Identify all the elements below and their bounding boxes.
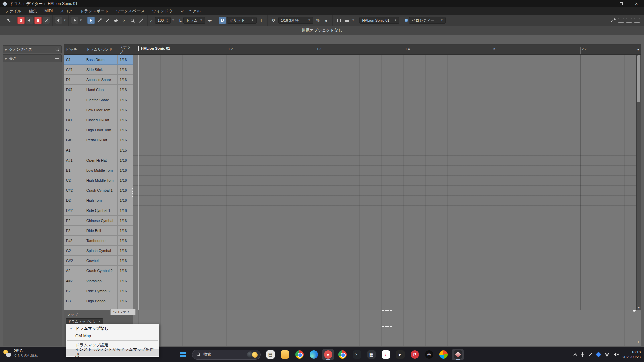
- drum-sound-row[interactable]: A#1Open Hi-Hat1/16: [64, 155, 133, 165]
- drum-sound-row[interactable]: F2Ride Bell1/16: [64, 226, 133, 236]
- volume-icon[interactable]: [613, 352, 619, 357]
- context-menu-item[interactable]: インストゥルメントからドラムマップを作成: [66, 349, 159, 356]
- spinner-icon[interactable]: ▲▼: [166, 18, 168, 23]
- quantize-preset-dropdown[interactable]: 1/16 3連符 ▼: [278, 17, 313, 24]
- taskbar-app-folder[interactable]: [279, 349, 290, 360]
- taskbar-app-photos[interactable]: [438, 349, 449, 360]
- menu-item[interactable]: マニュアル: [176, 8, 204, 15]
- length-mode-dropdown[interactable]: ドラム ▼: [183, 17, 205, 24]
- weather-widget[interactable]: 28°C くもりのち晴れ: [3, 349, 38, 358]
- taskbar-clock[interactable]: 18:18 2025/09/23: [622, 350, 641, 359]
- drum-sound-row[interactable]: D#2Ride Cymbal 11/16: [64, 205, 133, 216]
- grid-match-button[interactable]: -|-: [258, 17, 265, 24]
- part-selector-dropdown[interactable]: HALion Sonic 01 ▼: [359, 17, 399, 24]
- drum-sound-row[interactable]: A11/16: [64, 145, 133, 155]
- grid-type-dropdown[interactable]: グリッド ▼: [227, 17, 257, 24]
- editor-solo-button[interactable]: [55, 17, 62, 24]
- taskbar-app-taskview[interactable]: ▤: [265, 349, 276, 360]
- menu-item[interactable]: ワークスペース: [112, 8, 148, 15]
- insert-velocity-dropdown[interactable]: 100 ▲▼: [155, 17, 171, 24]
- menu-item[interactable]: ファイル: [1, 8, 25, 15]
- snap-toggle-button[interactable]: [219, 17, 226, 24]
- controller-lane-name-chip[interactable]: ベロシティー: [110, 309, 136, 315]
- inspector-section-length[interactable]: ▶長さ: [3, 54, 62, 62]
- drum-sound-row[interactable]: G1High Floor Tom1/16: [64, 125, 133, 135]
- drum-sound-row[interactable]: D1Acoustic Snare1/16: [64, 75, 133, 85]
- ruler-options-icon[interactable]: ▼: [637, 48, 640, 51]
- event-colors-button[interactable]: [335, 17, 342, 24]
- chevron-down-icon[interactable]: ▼: [172, 19, 174, 22]
- chevron-down-icon[interactable]: ▼: [63, 19, 66, 22]
- maximize-button[interactable]: [613, 0, 629, 7]
- drum-sound-row[interactable]: F#1Closed Hi-Hat1/16: [64, 115, 133, 125]
- setup-window-layout-icon[interactable]: [634, 18, 640, 23]
- taskbar-app-screenrec[interactable]: ●: [322, 349, 334, 360]
- drum-sound-row[interactable]: C1Bass Drum1/16: [64, 55, 133, 65]
- search-icon[interactable]: [55, 47, 59, 51]
- note-grid[interactable]: [133, 55, 636, 310]
- solo-button[interactable]: S: [17, 17, 25, 24]
- taskbar-app-cubase[interactable]: [452, 349, 464, 360]
- nudge-icon-button[interactable]: ◀▶: [206, 17, 214, 24]
- drum-sound-row[interactable]: C3High Bongo1/16: [64, 296, 133, 306]
- menu-item[interactable]: ウィンドウ: [148, 8, 176, 15]
- erase-tool-button[interactable]: [112, 17, 120, 24]
- taskbar-app-terminal[interactable]: >_: [351, 349, 363, 360]
- context-menu-item[interactable]: GM Map: [66, 332, 159, 339]
- controller-selector-dropdown[interactable]: ベロシティー ▼: [409, 17, 446, 24]
- lower-zone-toggle-icon[interactable]: [626, 18, 632, 23]
- line-tool-button[interactable]: [138, 17, 145, 24]
- close-button[interactable]: ×: [629, 0, 644, 7]
- minimize-button[interactable]: [598, 0, 613, 7]
- drum-sound-row[interactable]: G#1Pedal Hi-Hat1/16: [64, 135, 133, 145]
- taskbar-app-calc[interactable]: ▦: [366, 349, 377, 360]
- drum-sound-row[interactable]: D2High Tom1/16: [64, 195, 133, 205]
- column-header-snap[interactable]: スナップ: [117, 45, 133, 54]
- taskbar-app-music[interactable]: ♪: [380, 349, 391, 360]
- chevron-down-icon[interactable]: ▼: [79, 19, 82, 22]
- iterative-quantize-button[interactable]: %: [314, 17, 322, 24]
- mute-tool-button[interactable]: ×: [121, 17, 128, 24]
- drum-sound-row[interactable]: A2Crash Cymbal 21/16: [64, 266, 133, 276]
- quantize-icon-button[interactable]: Q: [270, 17, 277, 24]
- autoscroll-button[interactable]: [71, 17, 78, 24]
- scrollbar-thumb[interactable]: [637, 55, 640, 102]
- list-bars-icon[interactable]: [55, 57, 59, 60]
- select-tool-button[interactable]: [87, 17, 95, 24]
- drum-sound-row[interactable]: G2Splash Cymbal1/16: [64, 246, 133, 256]
- chevron-down-icon[interactable]: ▼: [352, 19, 355, 22]
- drum-sound-row[interactable]: C#2Crash Cymbal 11/16: [64, 185, 133, 195]
- menu-item[interactable]: 編集: [25, 8, 41, 15]
- drum-sound-row[interactable]: C2High Middle Tom1/16: [64, 175, 133, 185]
- taskbar-app-chrome[interactable]: [293, 349, 305, 360]
- drum-sound-row[interactable]: A#2Vibraslap1/16: [64, 276, 133, 286]
- zoom-tool-button[interactable]: [129, 17, 137, 24]
- drum-sound-row[interactable]: F1Low Floor Tom1/16: [64, 105, 133, 115]
- drum-sound-row[interactable]: F#2Tambourine1/16: [64, 236, 133, 246]
- taskbar-app-youtube[interactable]: ▶: [394, 349, 406, 360]
- menu-item[interactable]: スコア: [56, 8, 76, 15]
- tray-overflow-icon[interactable]: [573, 353, 577, 357]
- taskbar-app-edge[interactable]: [308, 349, 319, 360]
- vertical-scrollbar[interactable]: ▼: [636, 55, 641, 310]
- left-zone-toggle-icon[interactable]: [618, 18, 624, 23]
- controller-lane-grid[interactable]: +: [133, 310, 641, 346]
- drum-sound-row[interactable]: G#2Cowbell1/16: [64, 256, 133, 266]
- quantize-panel-button[interactable]: e: [323, 17, 330, 24]
- draw-tool-button[interactable]: [104, 17, 111, 24]
- location-status-icon[interactable]: [596, 352, 601, 357]
- column-header-sound[interactable]: ドラムサウンド: [84, 45, 117, 54]
- drum-sound-row[interactable]: C#1Side Stick1/16: [64, 65, 133, 75]
- context-menu-item[interactable]: ✓ドラムマップなし: [66, 325, 159, 332]
- drum-sound-row[interactable]: E2Chinese Cymbal1/16: [64, 216, 133, 226]
- drum-sound-row[interactable]: E1Electric Snare1/16: [64, 95, 133, 105]
- drum-sound-row[interactable]: B2Ride Cymbal 21/16: [64, 286, 133, 296]
- menu-item[interactable]: トランスポート: [76, 8, 112, 15]
- inspector-section-quantize[interactable]: ▶クオンタイズ: [3, 45, 62, 53]
- scroll-down-icon[interactable]: ▼: [637, 306, 641, 309]
- microphone-icon[interactable]: [580, 352, 585, 357]
- pin-editor-button[interactable]: [5, 17, 12, 24]
- menu-item[interactable]: MIDI: [41, 8, 56, 14]
- column-resize-handle[interactable]: [132, 188, 133, 197]
- taskbar-search[interactable]: 検索: [192, 350, 261, 360]
